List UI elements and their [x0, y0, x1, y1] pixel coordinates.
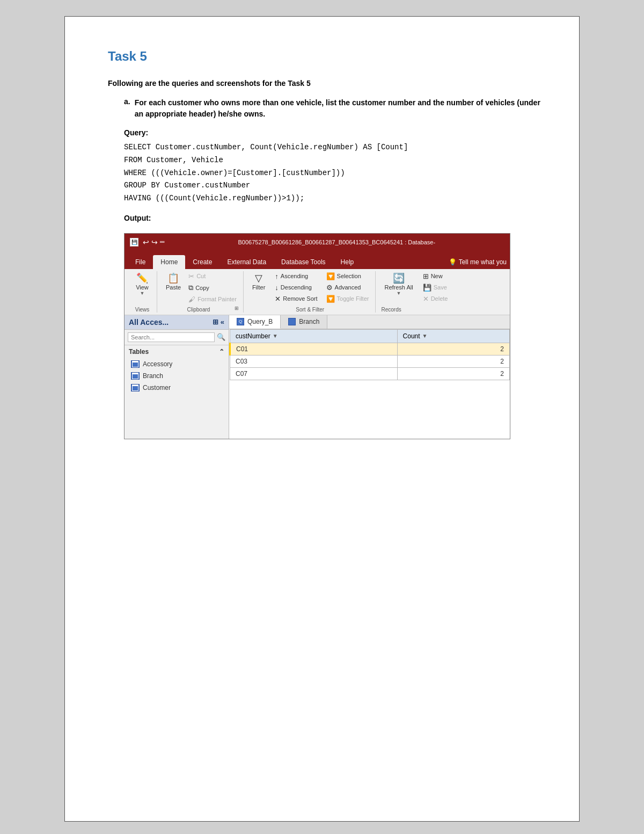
new-button[interactable]: ⊞ New [421, 271, 450, 281]
filter-label: Filter [252, 284, 265, 291]
help-text[interactable]: Tell me what you [459, 258, 507, 266]
delete-label: Delete [431, 295, 448, 302]
ribbon-tab-home[interactable]: Home [153, 255, 185, 269]
cust-number-col-label: custNumber [236, 332, 270, 340]
descending-button[interactable]: ↓ Descending [273, 282, 319, 293]
query-label: Query: [124, 128, 541, 137]
col-header-count[interactable]: Count ▼ [397, 329, 509, 343]
ascending-icon: ↑ [275, 272, 279, 280]
refresh-all-label: Refresh All [384, 284, 413, 291]
remove-sort-icon: ✕ [275, 295, 281, 303]
views-group: ✏️ View ▼ Views [128, 271, 157, 313]
view-label: View [136, 284, 149, 291]
advanced-button[interactable]: ⚙ Advanced [324, 282, 371, 293]
advanced-label: Advanced [335, 284, 361, 291]
ascending-button[interactable]: ↑ Ascending [273, 271, 319, 281]
cell-count-c07: 2 [397, 367, 509, 380]
task-letter: a. [124, 97, 130, 120]
filter-icon: ▽ [255, 273, 262, 283]
ribbon-tab-database-tools[interactable]: Database Tools [274, 255, 333, 269]
views-group-inner: ✏️ View ▼ [133, 271, 152, 304]
cut-label: Cut [196, 273, 206, 279]
query-line-4: GROUP BY Customer.custNumber [124, 179, 541, 192]
delete-icon: ✕ [423, 295, 429, 303]
remove-sort-button[interactable]: ✕ Remove Sort [273, 294, 319, 304]
nav-search-area: 🔍 [125, 330, 229, 345]
clipboard-group-inner: 📋 Paste ✂ Cut ⧉ Copy [163, 271, 239, 304]
cut-button[interactable]: ✂ Cut [186, 271, 239, 281]
accessory-label: Accessory [143, 360, 172, 368]
format-painter-button[interactable]: 🖌 Format Painter [186, 294, 239, 304]
ribbon-tab-file[interactable]: File [128, 255, 153, 269]
nav-tables-header: Tables ⌃ [125, 345, 229, 358]
selection-button[interactable]: 🔽 Selection [324, 271, 371, 281]
col-header-cust-number[interactable]: custNumber ▼ [230, 329, 398, 343]
table-row[interactable]: C01 2 [230, 343, 510, 355]
nav-search-icon: 🔍 [217, 333, 225, 341]
nav-item-branch[interactable]: Branch [125, 370, 229, 382]
cell-count-c03: 2 [397, 355, 509, 367]
ribbon-toolbar: ✏️ View ▼ Views 📋 Paste [125, 269, 510, 315]
save-record-button[interactable]: 💾 Save [421, 282, 450, 293]
undo-icon[interactable]: ↩ [143, 238, 149, 246]
nav-pane-chevron[interactable]: ⊞ « [213, 318, 224, 326]
refresh-all-button[interactable]: 🔄 Refresh All ▼ [381, 271, 416, 298]
content-area: All Acces... ⊞ « 🔍 Tables ⌃ Accessory [125, 315, 510, 439]
ribbon-tab-create[interactable]: Create [185, 255, 219, 269]
tables-collapse-icon[interactable]: ⌃ [219, 348, 224, 356]
table-row[interactable]: C03 2 [230, 355, 510, 367]
intro-text: Following are the queries and screenshot… [108, 79, 541, 88]
view-button[interactable]: ✏️ View ▼ [133, 271, 152, 298]
query-line-1: SELECT Customer.custNumber, Count(Vehicl… [124, 141, 541, 154]
delete-button[interactable]: ✕ Delete [421, 294, 450, 304]
selection-icon: 🔽 [326, 272, 335, 280]
tables-label: Tables [129, 348, 149, 356]
toggle-filter-button[interactable]: 🔽 Toggle Filter [324, 294, 371, 304]
format-painter-icon: 🖌 [188, 295, 195, 303]
task-title: Task 5 [108, 49, 541, 64]
copy-button[interactable]: ⧉ Copy [186, 282, 239, 293]
ascending-label: Ascending [281, 273, 308, 279]
records-group: 🔄 Refresh All ▼ ⊞ New 💾 Save [377, 271, 454, 313]
datasheet: custNumber ▼ Count ▼ [229, 329, 510, 439]
tab-query-b[interactable]: Q Query_B [229, 315, 281, 329]
nav-search-input[interactable] [128, 332, 215, 342]
paste-icon: 📋 [167, 273, 179, 283]
cell-count-c01: 2 [397, 343, 509, 355]
table-row[interactable]: C07 2 [230, 367, 510, 380]
descending-label: Descending [281, 284, 312, 291]
branch-label: Branch [143, 372, 163, 380]
query-line-2: FROM Customer, Vehicle [124, 154, 541, 167]
redo-icon[interactable]: ↪ [151, 238, 158, 246]
query-line-5: HAVING (((Count(Vehicle.regNumber))>1)); [124, 192, 541, 205]
tab-branch[interactable]: Branch [281, 315, 327, 329]
sort-filter-group: ▽ Filter ↑ Ascending ↓ Descending [245, 271, 376, 313]
title-bar: 💾 ↩ ↪ ═ B00675278_B00661286_B00661287_B0… [125, 234, 510, 251]
sub-item-label: a. For each customer who owns more than … [124, 97, 541, 120]
ribbon-tab-help[interactable]: Help [333, 255, 362, 269]
count-dropdown[interactable]: ▼ [422, 333, 428, 339]
query-tab-icon: Q [237, 318, 244, 325]
nav-item-accessory[interactable]: Accessory [125, 358, 229, 370]
table-icon-branch [131, 372, 140, 380]
filter-button[interactable]: ▽ Filter [249, 271, 268, 293]
cust-number-dropdown[interactable]: ▼ [273, 333, 278, 339]
paste-button[interactable]: 📋 Paste [163, 271, 184, 293]
save-icon[interactable]: 💾 [130, 238, 138, 246]
descending-icon: ↓ [275, 284, 279, 292]
records-group-label: Records [381, 304, 450, 313]
output-label: Output: [124, 214, 541, 222]
clipboard-expand-icon: ⊞ [235, 306, 239, 311]
branch-tab-icon [288, 318, 296, 325]
task-description: For each customer who owns more than one… [135, 97, 541, 120]
table-icon-customer [131, 384, 140, 391]
cut-icon: ✂ [188, 272, 194, 280]
nav-item-customer[interactable]: Customer [125, 382, 229, 394]
task-item: a. For each customer who owns more than … [124, 97, 541, 439]
all-access-label: All Acces... [129, 318, 169, 327]
ribbon-tab-external-data[interactable]: External Data [219, 255, 274, 269]
nav-pane-header: All Acces... ⊞ « [125, 315, 229, 330]
copy-label: Copy [195, 285, 209, 291]
ribbon-menu: File Home Create External Data Database … [125, 251, 510, 269]
count-col-label: Count [403, 332, 420, 340]
